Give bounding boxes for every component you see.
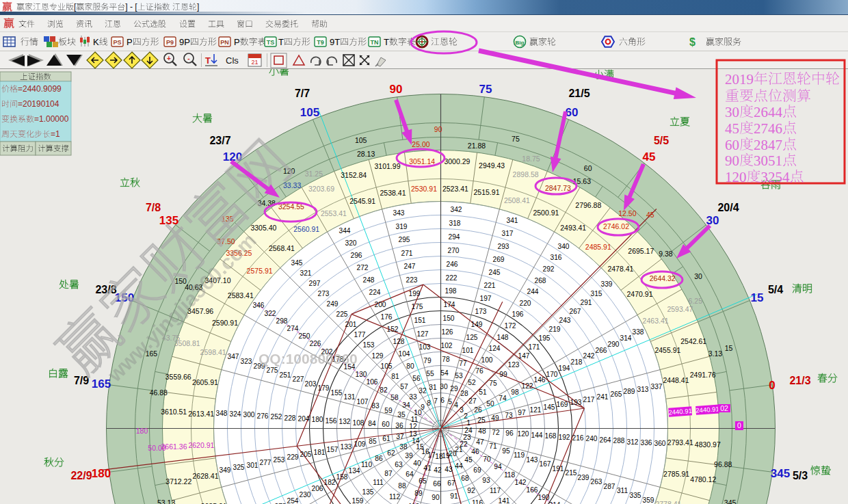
- svg-text:53: 53: [455, 372, 463, 380]
- svg-text:25: 25: [477, 416, 486, 424]
- svg-text:177: 177: [354, 331, 366, 339]
- svg-text:173: 173: [475, 308, 487, 315]
- svg-text:48: 48: [478, 427, 486, 435]
- svg-text:228: 228: [284, 414, 296, 422]
- svg-text:99: 99: [499, 371, 507, 378]
- svg-text:2545.91: 2545.91: [349, 197, 375, 205]
- svg-text:193: 193: [570, 399, 582, 406]
- svg-text:269: 269: [493, 256, 505, 263]
- svg-text:85: 85: [369, 438, 377, 445]
- svg-text:343: 343: [393, 209, 405, 217]
- svg-text:321: 321: [300, 269, 312, 277]
- svg-text:44: 44: [455, 462, 463, 470]
- svg-text:2485.91: 2485.91: [585, 243, 611, 251]
- svg-text:204: 204: [298, 415, 310, 423]
- svg-text:214: 214: [549, 501, 561, 504]
- svg-text:1: 1: [466, 419, 471, 427]
- svg-text:227: 227: [293, 375, 304, 383]
- svg-text:53.13: 53.13: [157, 499, 175, 504]
- svg-text:T: T: [278, 37, 284, 47]
- svg-text:41: 41: [423, 464, 432, 472]
- svg-text:102: 102: [441, 342, 453, 349]
- svg-text:$: $: [689, 36, 695, 48]
- svg-text:30: 30: [694, 272, 702, 280]
- svg-text:84: 84: [368, 420, 376, 427]
- svg-text:29: 29: [450, 385, 458, 393]
- svg-text:217: 217: [583, 396, 595, 403]
- svg-text:46: 46: [471, 448, 479, 455]
- svg-text:171: 171: [529, 343, 540, 351]
- svg-text:292: 292: [543, 265, 555, 273]
- svg-text:277: 277: [260, 459, 271, 466]
- svg-text:22: 22: [460, 440, 468, 448]
- svg-text:45: 45: [464, 456, 473, 464]
- svg-text:2590.91: 2590.91: [212, 319, 238, 327]
- svg-text:50: 50: [486, 400, 494, 408]
- svg-text:55: 55: [426, 370, 434, 377]
- svg-text:290: 290: [608, 341, 620, 348]
- svg-text:247: 247: [404, 263, 416, 270]
- svg-text:2019: 2019: [725, 71, 754, 88]
- svg-text:20/4: 20/4: [717, 202, 739, 213]
- svg-text:TS: TS: [267, 39, 275, 46]
- svg-text:=1.00000: =1.00000: [34, 114, 69, 124]
- svg-text:2613.41: 2613.41: [188, 410, 214, 418]
- svg-text:344: 344: [339, 227, 351, 235]
- svg-text:203: 203: [305, 380, 317, 388]
- svg-text:150: 150: [174, 277, 187, 285]
- svg-text:241: 241: [597, 393, 609, 401]
- svg-text:02: 02: [720, 404, 728, 412]
- svg-text:45: 45: [725, 120, 739, 137]
- svg-text:PS: PS: [113, 39, 121, 46]
- svg-text:46.88: 46.88: [150, 388, 168, 397]
- svg-text:145: 145: [544, 403, 555, 411]
- svg-text:120: 120: [725, 169, 747, 185]
- svg-text:110: 110: [361, 461, 373, 468]
- svg-text:165: 165: [92, 377, 111, 390]
- svg-text:39: 39: [405, 452, 413, 460]
- svg-text:151: 151: [414, 317, 426, 324]
- svg-text:131: 131: [344, 393, 356, 401]
- svg-text:2778.41: 2778.41: [655, 500, 681, 504]
- svg-text:146: 146: [534, 376, 546, 384]
- svg-text:132: 132: [339, 418, 351, 425]
- svg-text:311: 311: [617, 487, 628, 494]
- svg-text:T: T: [205, 55, 211, 66]
- svg-text:95: 95: [502, 447, 510, 455]
- svg-text:3610.51: 3610.51: [161, 408, 187, 416]
- svg-text:112: 112: [389, 493, 401, 501]
- svg-text:2530.91: 2530.91: [411, 185, 437, 193]
- svg-text:8: 8: [427, 399, 431, 407]
- svg-text:T9: T9: [317, 39, 324, 46]
- svg-text:266: 266: [596, 347, 607, 354]
- svg-text:135: 135: [362, 488, 374, 496]
- svg-text:268: 268: [535, 277, 546, 284]
- svg-text:28.13: 28.13: [357, 150, 375, 158]
- svg-text:15: 15: [725, 344, 733, 352]
- svg-text:PN: PN: [220, 39, 229, 46]
- svg-text:270: 270: [448, 247, 460, 254]
- svg-text:107: 107: [357, 398, 369, 406]
- svg-text:97: 97: [518, 409, 526, 416]
- svg-text:59: 59: [384, 407, 393, 414]
- svg-text:201: 201: [345, 321, 357, 328]
- svg-text:2695.17: 2695.17: [628, 247, 654, 255]
- svg-text:40: 40: [413, 460, 421, 467]
- svg-text:155: 155: [331, 389, 343, 397]
- svg-text:109: 109: [354, 440, 366, 448]
- svg-text:0: 0: [769, 379, 775, 392]
- svg-text:134: 134: [349, 467, 360, 475]
- svg-text:0: 0: [737, 421, 741, 429]
- svg-text:108: 108: [353, 419, 365, 427]
- svg-text:7/8: 7/8: [146, 202, 161, 213]
- svg-text:226: 226: [310, 340, 321, 347]
- svg-text:338: 338: [633, 328, 644, 336]
- svg-text:296: 296: [351, 252, 362, 259]
- svg-text:3305.40: 3305.40: [250, 224, 276, 232]
- svg-text:143: 143: [527, 456, 538, 464]
- svg-text:87: 87: [384, 470, 393, 477]
- svg-text:75: 75: [489, 380, 497, 387]
- svg-text:248: 248: [363, 276, 375, 284]
- svg-text:175: 175: [412, 303, 423, 310]
- svg-text:121: 121: [530, 406, 542, 414]
